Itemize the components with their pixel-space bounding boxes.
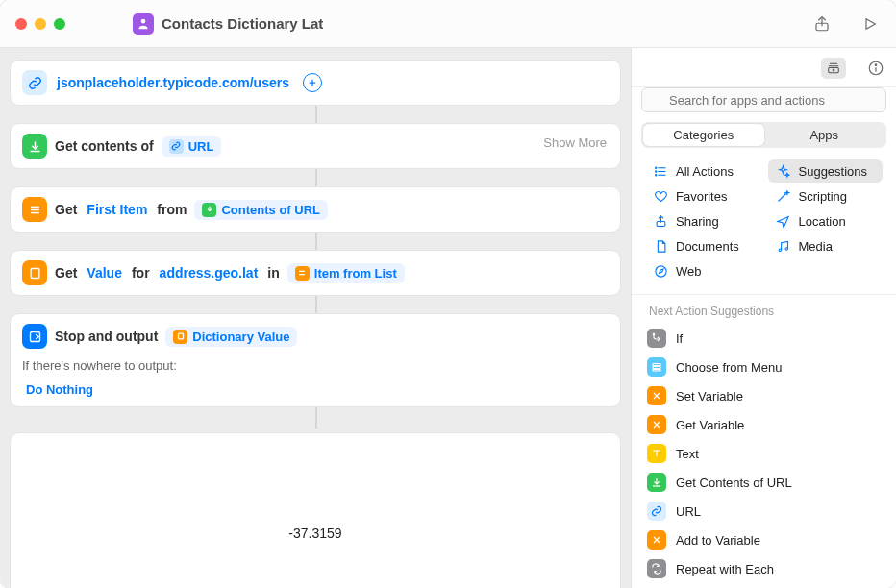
suggestions-list: IfChoose from MenuSet VariableGet Variab… <box>632 324 896 588</box>
sidebar: Categories Apps All ActionsSuggestionsFa… <box>631 48 896 588</box>
dictionary-key-input[interactable]: address.geo.lat <box>158 265 261 281</box>
svg-rect-29 <box>653 367 660 369</box>
category-media[interactable]: Media <box>768 234 884 257</box>
nav-icon <box>776 213 791 229</box>
search-box <box>641 87 886 112</box>
dictionary-icon <box>173 330 187 344</box>
share-button[interactable] <box>811 13 833 35</box>
suggestions-header: Next Action Suggestions <box>632 295 896 324</box>
suggestion-set-variable[interactable]: Set Variable <box>632 381 896 410</box>
dictionary-icon <box>22 260 47 285</box>
value-source[interactable]: Item from List <box>287 263 405 283</box>
suggestion-get-dictionary-value[interactable]: Get Dictionary Value <box>632 583 896 588</box>
repeat-icon <box>647 559 666 578</box>
fallback-selector[interactable]: Do Nothing <box>24 382 95 397</box>
connector <box>10 300 621 313</box>
sparkle-icon <box>776 163 791 179</box>
run-button[interactable] <box>859 13 881 35</box>
seg-apps[interactable]: Apps <box>764 124 885 146</box>
svg-rect-30 <box>653 370 660 372</box>
suggestion-text[interactable]: Text <box>632 439 896 468</box>
traffic-lights <box>15 18 65 30</box>
category-favorites[interactable]: Favorites <box>645 184 760 208</box>
output-icon <box>22 324 47 349</box>
zoom-window-button[interactable] <box>54 18 65 30</box>
titlebar: Contacts Dictionary Lat <box>0 0 896 48</box>
link-icon <box>22 70 47 95</box>
add-url-button[interactable] <box>303 73 322 92</box>
category-location[interactable]: Location <box>768 209 884 233</box>
category-all-actions[interactable]: All Actions <box>645 159 760 183</box>
list-icon <box>653 163 668 179</box>
search-input[interactable] <box>641 87 886 112</box>
category-documents[interactable]: Documents <box>645 234 760 257</box>
output-token[interactable]: Dictionary Value <box>165 327 297 347</box>
body: jsonplaceholder.typicode.com/users Get c… <box>0 48 896 588</box>
svg-point-14 <box>875 64 877 66</box>
category-suggestions[interactable]: Suggestions <box>768 159 884 183</box>
svg-point-24 <box>779 249 782 252</box>
library-button[interactable] <box>821 58 846 79</box>
segmented-control[interactable]: Categories Apps <box>641 122 886 148</box>
get-contents-param[interactable]: URL <box>162 136 222 157</box>
list-item-icon <box>295 266 310 281</box>
svg-rect-10 <box>178 333 183 339</box>
action-stop-output[interactable]: Stop and output Dictionary Value If ther… <box>10 313 621 407</box>
show-more-button[interactable]: Show More <box>543 135 607 150</box>
minimize-window-button[interactable] <box>35 18 46 30</box>
suggestion-get-variable[interactable]: Get Variable <box>632 410 896 439</box>
svg-point-0 <box>141 18 146 23</box>
output-preview: -37.3159 <box>10 432 621 588</box>
category-sharing[interactable]: Sharing <box>645 209 760 233</box>
svg-rect-28 <box>653 364 660 366</box>
download-icon <box>22 134 47 159</box>
output-value: -37.3159 <box>288 526 341 541</box>
branch-icon <box>647 329 666 348</box>
svg-point-21 <box>655 170 656 171</box>
heart-icon <box>653 188 668 204</box>
suggestion-choose-from-menu[interactable]: Choose from Menu <box>632 353 896 381</box>
svg-point-25 <box>785 247 788 250</box>
suggestion-url[interactable]: URL <box>632 497 896 526</box>
action-url[interactable]: jsonplaceholder.typicode.com/users <box>10 60 621 106</box>
categories-grid: All ActionsSuggestionsFavoritesScripting… <box>632 158 896 295</box>
connector <box>10 236 621 250</box>
safari-icon <box>653 263 668 279</box>
connector <box>10 411 621 425</box>
wand-icon <box>776 188 791 204</box>
category-web[interactable]: Web <box>645 259 760 282</box>
menu-icon <box>647 357 666 377</box>
suggestion-if[interactable]: If <box>632 324 896 353</box>
seg-categories[interactable]: Categories <box>643 124 764 146</box>
doc-icon <box>653 238 668 254</box>
action-get-contents[interactable]: Get contents of URL Show More <box>10 123 621 169</box>
close-window-button[interactable] <box>15 18 27 30</box>
info-button[interactable] <box>865 58 886 79</box>
music-icon <box>776 238 791 254</box>
which-item-selector[interactable]: First Item <box>85 202 149 217</box>
action-get-dictionary-value[interactable]: Get Value for address.geo.lat in Item fr… <box>10 250 621 296</box>
item-source[interactable]: Contents of URL <box>194 200 328 220</box>
suggestion-add-to-variable[interactable]: Add to Variable <box>632 526 896 554</box>
svg-point-27 <box>653 333 655 335</box>
editor-canvas[interactable]: jsonplaceholder.typicode.com/users Get c… <box>0 48 631 588</box>
svg-rect-6 <box>31 268 39 278</box>
action-get-item[interactable]: Get First Item from Contents of URL <box>10 186 621 233</box>
svg-point-22 <box>655 174 656 175</box>
url-value[interactable]: jsonplaceholder.typicode.com/users <box>55 75 291 90</box>
svg-marker-2 <box>866 18 875 29</box>
suggestion-repeat-with-each[interactable]: Repeat with Each <box>632 554 896 583</box>
x-icon <box>647 530 666 550</box>
link-icon <box>647 502 666 521</box>
category-scripting[interactable]: Scripting <box>768 184 884 208</box>
x-icon <box>647 386 666 405</box>
suggestion-get-contents-of-url[interactable]: Get Contents of URL <box>632 468 896 497</box>
download-icon <box>647 473 666 492</box>
value-type-selector[interactable]: Value <box>85 265 124 281</box>
download-icon <box>202 203 216 217</box>
svg-point-26 <box>655 265 665 276</box>
connector <box>10 110 621 123</box>
text-icon <box>647 444 666 463</box>
list-item-icon <box>22 197 47 222</box>
shortcut-app-icon <box>133 13 154 35</box>
